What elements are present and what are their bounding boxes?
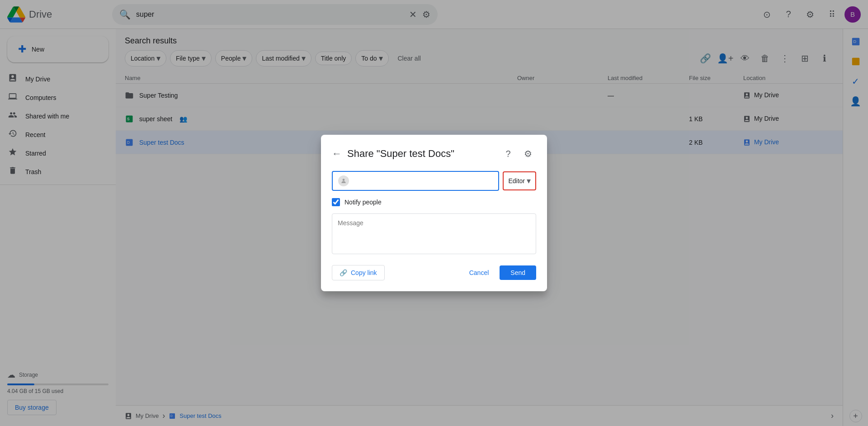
cancel-button[interactable]: Cancel — [462, 265, 496, 280]
modal-footer: 🔗 Copy link Cancel Send — [332, 265, 536, 280]
share-modal: ← Share "Super test Docs" ? ⚙ Editor ▾ — [321, 135, 547, 291]
notify-row: Notify people — [332, 198, 536, 206]
editor-chevron-icon: ▾ — [527, 176, 531, 186]
modal-title: Share "Super test Docs" — [347, 148, 454, 160]
modal-back-button[interactable]: ← — [332, 148, 342, 160]
notify-checkbox[interactable] — [332, 198, 340, 206]
modal-settings-button[interactable]: ⚙ — [520, 146, 536, 162]
editor-dropdown[interactable]: Editor ▾ — [503, 171, 536, 190]
modal-header-right: ? ⚙ — [500, 146, 536, 162]
footer-right: Cancel Send — [462, 265, 536, 280]
send-button[interactable]: Send — [500, 265, 536, 280]
message-textarea[interactable] — [332, 213, 536, 254]
copy-link-button[interactable]: 🔗 Copy link — [332, 265, 385, 280]
person-avatar-small — [338, 175, 349, 186]
share-input-wrap[interactable] — [332, 171, 499, 191]
copy-link-label: Copy link — [351, 269, 377, 276]
modal-header: ← Share "Super test Docs" ? ⚙ — [332, 146, 536, 162]
notify-label[interactable]: Notify people — [344, 199, 382, 206]
modal-help-button[interactable]: ? — [500, 146, 516, 162]
modal-header-left: ← Share "Super test Docs" — [332, 148, 454, 160]
share-input-row: Editor ▾ — [332, 171, 536, 191]
modal-overlay[interactable]: ← Share "Super test Docs" ? ⚙ Editor ▾ — [0, 0, 868, 426]
svg-point-9 — [343, 179, 345, 181]
link-icon: 🔗 — [340, 269, 347, 276]
email-input[interactable] — [353, 177, 493, 185]
editor-label: Editor — [508, 177, 525, 185]
